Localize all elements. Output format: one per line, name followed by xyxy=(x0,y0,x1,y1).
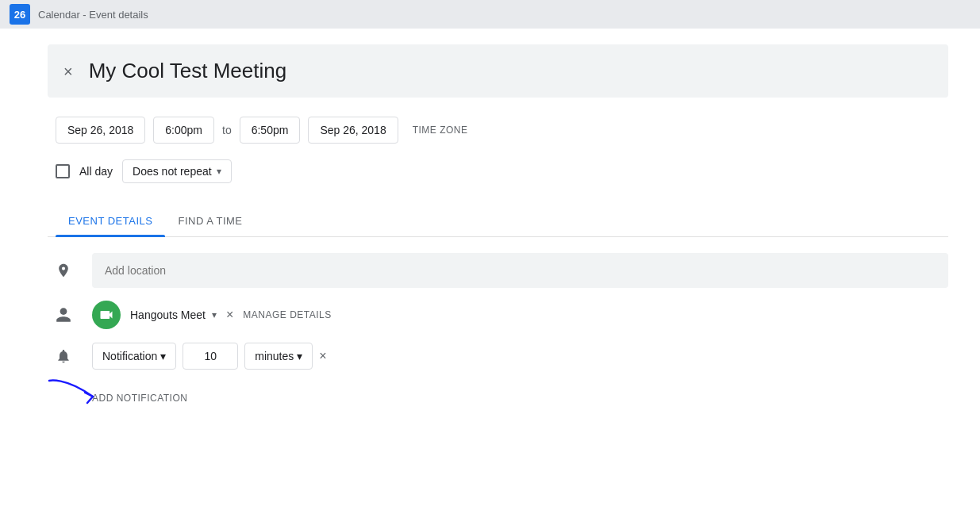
add-notification-button[interactable]: ADD NOTIFICATION xyxy=(48,386,187,410)
notification-content: Notification ▾ 10 minutes ▾ × xyxy=(92,343,948,370)
notification-row: Notification ▾ 10 minutes ▾ × xyxy=(48,335,948,377)
notification-value-input[interactable]: 10 xyxy=(183,343,238,370)
meet-chevron-icon: ▾ xyxy=(212,309,217,320)
repeat-button[interactable]: Does not repeat ▾ xyxy=(122,159,232,183)
meet-close-button[interactable]: × xyxy=(226,308,233,322)
tab-event-details[interactable]: EVENT DETAILS xyxy=(56,205,165,236)
location-input[interactable] xyxy=(92,253,948,288)
allday-checkbox[interactable] xyxy=(56,164,70,178)
start-time-button[interactable]: 6:00pm xyxy=(153,117,214,144)
content-area: Hangouts Meet ▾ × MANAGE DETAILS Notific… xyxy=(48,237,948,386)
person-icon xyxy=(48,306,79,324)
hangouts-meet-button[interactable]: Hangouts Meet ▾ xyxy=(130,309,217,321)
datetime-row: Sep 26, 2018 6:00pm to 6:50pm Sep 26, 20… xyxy=(48,117,948,144)
meet-row: Hangouts Meet ▾ × MANAGE DETAILS xyxy=(48,294,948,335)
timezone-button[interactable]: TIME ZONE xyxy=(413,125,468,136)
allday-label: All day xyxy=(79,165,113,178)
top-bar-title: Calendar - Event details xyxy=(38,9,148,21)
start-date-button[interactable]: Sep 26, 2018 xyxy=(56,117,145,144)
repeat-chevron-icon: ▾ xyxy=(217,166,221,177)
close-button[interactable]: × xyxy=(63,63,73,79)
event-title: My Cool Test Meeting xyxy=(89,59,287,83)
header-row: × My Cool Test Meeting xyxy=(48,44,948,98)
calendar-icon: 26 xyxy=(10,4,30,25)
notification-close-button[interactable]: × xyxy=(319,349,326,363)
hangouts-meet-logo xyxy=(92,301,121,329)
location-field[interactable] xyxy=(92,253,948,288)
notification-type-select[interactable]: Notification ▾ xyxy=(92,343,176,370)
location-icon xyxy=(48,263,79,278)
notif-unit-chevron-icon: ▾ xyxy=(297,350,302,362)
manage-details-button[interactable]: MANAGE DETAILS xyxy=(243,309,331,320)
end-date-button[interactable]: Sep 26, 2018 xyxy=(308,117,398,144)
allday-row: All day Does not repeat ▾ xyxy=(48,159,948,183)
top-bar: 26 Calendar - Event details xyxy=(0,0,980,29)
location-row xyxy=(48,247,948,294)
notif-type-chevron-icon: ▾ xyxy=(160,350,166,362)
notification-unit-select[interactable]: minutes ▾ xyxy=(244,343,313,370)
end-time-button[interactable]: 6:50pm xyxy=(240,117,301,144)
meet-content: Hangouts Meet ▾ × MANAGE DETAILS xyxy=(92,301,948,329)
tab-find-a-time[interactable]: FIND A TIME xyxy=(165,205,255,236)
to-label: to xyxy=(222,124,232,136)
bell-icon xyxy=(48,348,79,364)
tabs-row: EVENT DETAILS FIND A TIME xyxy=(48,205,948,237)
